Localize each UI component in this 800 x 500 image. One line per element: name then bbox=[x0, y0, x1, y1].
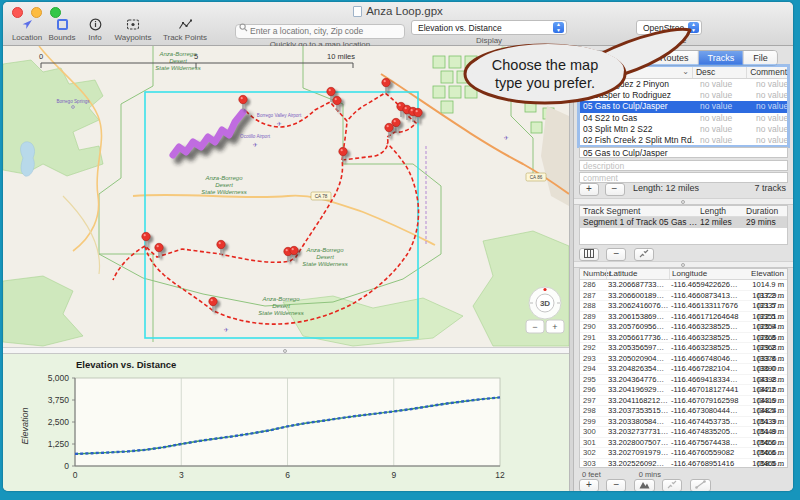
point-row[interactable]: 29233.205356597…-116.4663238525…1029.2 m… bbox=[580, 343, 787, 354]
remove-track-button[interactable]: − bbox=[605, 183, 625, 196]
search-input[interactable] bbox=[235, 24, 405, 39]
airplane-icon: ✈ bbox=[276, 121, 281, 127]
point-row[interactable]: 29433.204826354…-116.4667282104…1036.0 m… bbox=[580, 364, 787, 375]
merge-segments-button[interactable] bbox=[579, 248, 599, 261]
point-row[interactable]: 29033.205760956…-116.4663238525…1025.9 m… bbox=[580, 322, 787, 333]
split-track-button[interactable] bbox=[662, 479, 682, 491]
elevation-column-header[interactable]: Elevation bbox=[737, 269, 787, 279]
point-row[interactable]: 28833.2062416076…-116.4661331176761021.5… bbox=[580, 301, 787, 312]
length-column-header[interactable]: Length bbox=[698, 206, 744, 216]
point-row[interactable]: 29833.2037353515…-116.4673080444…1048.5 … bbox=[580, 406, 787, 417]
point-cell: 302 bbox=[580, 448, 606, 458]
join-points-button[interactable] bbox=[690, 479, 711, 491]
town-label: Borrego Springs bbox=[56, 99, 90, 104]
point-cell: 300 bbox=[580, 427, 606, 437]
document-icon bbox=[353, 6, 362, 17]
zoom-in-label: + bbox=[552, 322, 557, 332]
map-lake bbox=[21, 142, 35, 176]
point-row[interactable]: 29333.205020904…-116.4666748046…1033.8 m… bbox=[580, 354, 787, 365]
track-description-field[interactable] bbox=[579, 160, 788, 171]
panel-splitter[interactable] bbox=[574, 261, 793, 268]
svg-text:Desert: Desert bbox=[215, 182, 233, 188]
track-name-field[interactable] bbox=[579, 147, 788, 158]
map-3d-control[interactable]: 3D bbox=[529, 287, 561, 319]
chart-y-tick: 3,750 bbox=[48, 395, 70, 405]
track-points-button[interactable]: Track Points bbox=[159, 18, 211, 42]
point-cell: 33.205760956… bbox=[606, 322, 669, 332]
point-cell: 1056.6 m (3466… bbox=[737, 438, 787, 448]
comment-column-header[interactable]: Comment bbox=[747, 67, 787, 78]
segment-column-header[interactable]: Track Segment bbox=[580, 206, 698, 216]
track-cell: no value bbox=[697, 135, 753, 146]
points-table[interactable]: Number Latitude Longitude Elevation 2863… bbox=[579, 268, 788, 468]
right-panel: Waypoints Routes Tracks File ⌄ Desc Comm… bbox=[574, 46, 793, 491]
point-cell: -116.4675674438… bbox=[669, 438, 737, 448]
bounds-button[interactable]: Bounds bbox=[45, 18, 79, 42]
svg-text:Anza-Borrego: Anza-Borrego bbox=[204, 175, 243, 181]
point-cell: 1022.5 m (3354… bbox=[737, 312, 787, 322]
point-row[interactable]: 29633.204196929…-116.4670181274411042.2 … bbox=[580, 385, 787, 396]
point-row[interactable]: 29133.2056617736…-116.4663238525…1026.8 … bbox=[580, 333, 787, 344]
airport-label: Borrego Valley Airport bbox=[257, 113, 302, 118]
svg-text:10 miles: 10 miles bbox=[327, 52, 355, 61]
point-cell: -116.4660873413… bbox=[669, 291, 737, 301]
elevation-chart-panel: 03691201,2502,5003,7505,000Elevation vs.… bbox=[3, 354, 569, 491]
elevation-lookup-button[interactable] bbox=[634, 479, 655, 491]
tab-file[interactable]: File bbox=[744, 51, 777, 65]
segments-table[interactable]: Track Segment Length Duration Segment 1 … bbox=[579, 205, 788, 245]
point-cell: 286 bbox=[580, 280, 606, 290]
segment-cell: Segment 1 of Track 05 Gas to Culp/Jasper bbox=[580, 217, 698, 228]
duration-column-header[interactable]: Duration bbox=[744, 206, 787, 216]
remove-segment-button[interactable]: − bbox=[606, 248, 626, 261]
splitter-grip-icon bbox=[681, 200, 685, 204]
track-row[interactable]: 02 Fish Creek 2 Split Mtn Rd.no valueno … bbox=[580, 135, 787, 146]
point-row[interactable]: 30233.2027091979…-116.467605590821056.6 … bbox=[580, 448, 787, 459]
point-row[interactable]: 28733.206600189…-116.4660873413…1017.2 m… bbox=[580, 291, 787, 302]
point-row[interactable]: 30333.202526092…-116.467689514161058.5 m… bbox=[580, 459, 787, 469]
point-cell: 1026.8 m (3368… bbox=[737, 333, 787, 343]
point-cell: 33.2062416076… bbox=[606, 301, 669, 311]
tutorial-bubble: Choose the map type you prefer. bbox=[440, 18, 720, 110]
location-button[interactable]: Location bbox=[9, 18, 45, 42]
tracks-summary-row: + − Length: 12 miles 7 tracks bbox=[579, 183, 788, 197]
point-cell: 296 bbox=[580, 385, 606, 395]
add-track-button[interactable]: + bbox=[579, 183, 599, 196]
point-cell: 33.206687733… bbox=[606, 280, 669, 290]
point-row[interactable]: 29933.203380584…-116.4674453735…1051.3 m… bbox=[580, 417, 787, 428]
longitude-column-header[interactable]: Longitude bbox=[669, 269, 737, 279]
track-row[interactable]: 03 Split Mtn 2 S22no valueno value bbox=[580, 124, 787, 135]
panel-splitter[interactable] bbox=[574, 198, 793, 205]
elevation-chart: 03691201,2502,5003,7505,000Elevation vs.… bbox=[3, 354, 569, 491]
waypoints-button[interactable]: Waypoints bbox=[111, 18, 155, 42]
segment-row[interactable]: Segment 1 of Track 05 Gas to Culp/Jasper… bbox=[580, 217, 787, 228]
airport-label: Ocotillo Airport bbox=[240, 134, 271, 139]
number-column-header[interactable]: Number bbox=[580, 269, 606, 279]
point-row[interactable]: 30033.2032737731…-116.4674835205…1051.8 … bbox=[580, 427, 787, 438]
point-row[interactable]: 29533.204364776…-116.4669418334…1041.2 m… bbox=[580, 375, 787, 386]
track-cell: 04 S22 to Gas bbox=[580, 113, 697, 124]
remove-point-button[interactable]: − bbox=[606, 479, 626, 491]
add-point-button[interactable]: + bbox=[579, 479, 599, 491]
point-row[interactable]: 28633.206687733…-116.4659422626…1014.9 m… bbox=[580, 280, 787, 291]
svg-text:State Wilderness: State Wilderness bbox=[258, 310, 303, 316]
point-row[interactable]: 28933.206153869…-116.4661712646481022.5 … bbox=[580, 312, 787, 323]
point-cell: -116.4666748046… bbox=[669, 354, 737, 364]
point-cell: 1048.5 m (3439… bbox=[737, 406, 787, 416]
airplane-icon: ✈ bbox=[252, 142, 257, 148]
horizontal-splitter[interactable] bbox=[3, 347, 569, 354]
points-rows: 28633.206687733…-116.4659422626…1014.9 m… bbox=[580, 275, 787, 468]
track-row[interactable]: 04 S22 to Gasno valueno value bbox=[580, 113, 787, 124]
split-segment-button[interactable] bbox=[634, 248, 654, 261]
latitude-column-header[interactable]: Latitude bbox=[606, 269, 669, 279]
svg-text:State Wilderness: State Wilderness bbox=[302, 261, 347, 267]
point-cell: 33.203380584… bbox=[606, 417, 669, 427]
svg-text:Anza-Borrego: Anza-Borrego bbox=[305, 247, 344, 253]
track-cell: no value bbox=[697, 113, 753, 124]
points-buttons: + − bbox=[579, 479, 711, 491]
point-cell: 293 bbox=[580, 354, 606, 364]
point-row[interactable]: 29733.2041168212…-116.4670791625981043.6… bbox=[580, 396, 787, 407]
info-button[interactable]: Info bbox=[83, 18, 107, 42]
track-cell: no value bbox=[753, 79, 787, 90]
track-comment-field[interactable] bbox=[579, 172, 788, 183]
point-row[interactable]: 30133.2028007507…-116.4675674438…1056.6 … bbox=[580, 438, 787, 449]
